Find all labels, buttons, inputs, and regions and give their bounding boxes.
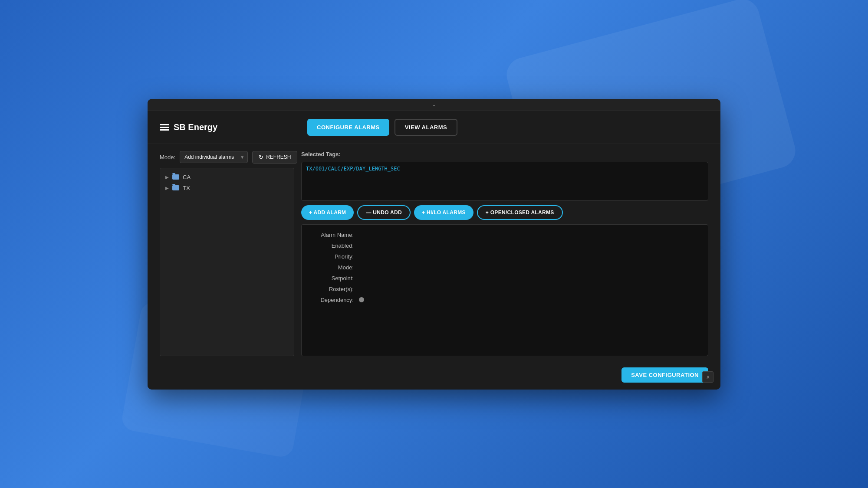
open-closed-alarms-button[interactable]: + OPEN/CLOSED ALARMS (477, 205, 563, 220)
main-window: ⌄ SB Energy CONFIGURE ALARMS VIEW ALARMS (148, 99, 720, 390)
tree-label-tx: TX (183, 185, 190, 191)
header: SB Energy CONFIGURE ALARMS VIEW ALARMS (148, 111, 720, 144)
refresh-icon: ↻ (259, 154, 263, 160)
window-content: SB Energy CONFIGURE ALARMS VIEW ALARMS M… (148, 111, 720, 390)
setpoint-label: Setpoint: (310, 275, 354, 282)
hilo-alarms-button[interactable]: + HI/LO ALARMS (414, 205, 473, 220)
scroll-top-button[interactable]: ∧ (702, 371, 713, 383)
alarm-config-panel: Alarm Name: Enabled: Priority: Mode: (301, 224, 708, 356)
save-configuration-button[interactable]: SAVE CONFIGURATION (621, 367, 708, 383)
selected-tags-textarea[interactable]: TX/001/CALC/EXP/DAY_LENGTH_SEC (301, 162, 708, 201)
dependency-row: Dependency: (310, 297, 699, 303)
title-bar: ⌄ (148, 99, 720, 111)
refresh-label: REFRESH (266, 154, 291, 160)
dependency-dot[interactable] (359, 297, 364, 302)
configure-alarms-button[interactable]: CONFIGURE ALARMS (307, 119, 389, 136)
left-panel: Mode: Add individual alarms Add group al… (160, 151, 294, 356)
config-mode-label: Mode: (310, 264, 354, 271)
refresh-button[interactable]: ↻ REFRESH (252, 151, 297, 164)
tree-item-ca[interactable]: ▶ CA (160, 172, 294, 183)
logo-icon (160, 124, 169, 131)
nav-buttons: CONFIGURE ALARMS VIEW ALARMS (307, 119, 457, 136)
folder-icon-tx (172, 185, 179, 190)
priority-row: Priority: (310, 253, 699, 260)
tree-label-ca: CA (183, 174, 191, 180)
mode-select[interactable]: Add individual alarms Add group alarms R… (180, 151, 248, 163)
enabled-label: Enabled: (310, 242, 354, 249)
selected-tags-label: Selected Tags: (301, 151, 708, 157)
mode-select-wrapper: Add individual alarms Add group alarms R… (180, 151, 248, 163)
rosters-label: Roster(s): (310, 286, 354, 292)
tree-panel: ▶ CA ▶ TX (160, 168, 294, 356)
config-mode-row: Mode: (310, 264, 699, 271)
mode-label: Mode: (160, 154, 175, 160)
folder-icon-ca (172, 174, 179, 180)
tree-item-tx[interactable]: ▶ TX (160, 183, 294, 193)
setpoint-row: Setpoint: (310, 275, 699, 282)
undo-add-button[interactable]: — UNDO ADD (357, 205, 411, 220)
right-panel: Selected Tags: TX/001/CALC/EXP/DAY_LENGT… (301, 151, 708, 356)
alarm-name-label: Alarm Name: (310, 232, 354, 238)
alarm-buttons: + ADD ALARM — UNDO ADD + HI/LO ALARMS + … (301, 205, 708, 220)
tree-arrow-ca: ▶ (165, 175, 170, 180)
enabled-row: Enabled: (310, 242, 699, 249)
tree-arrow-tx: ▶ (165, 186, 170, 190)
logo: SB Energy (160, 122, 229, 132)
priority-label: Priority: (310, 253, 354, 260)
rosters-row: Roster(s): (310, 286, 699, 292)
add-alarm-button[interactable]: + ADD ALARM (301, 205, 354, 220)
footer: SAVE CONFIGURATION (148, 363, 720, 390)
view-alarms-button[interactable]: VIEW ALARMS (395, 119, 457, 136)
dependency-label: Dependency: (310, 297, 354, 303)
main-area: Mode: Add individual alarms Add group al… (148, 144, 720, 363)
logo-text: SB Energy (174, 122, 217, 132)
alarm-name-row: Alarm Name: (310, 232, 699, 238)
mode-row: Mode: Add individual alarms Add group al… (160, 151, 294, 164)
title-bar-chevron: ⌄ (432, 102, 436, 108)
